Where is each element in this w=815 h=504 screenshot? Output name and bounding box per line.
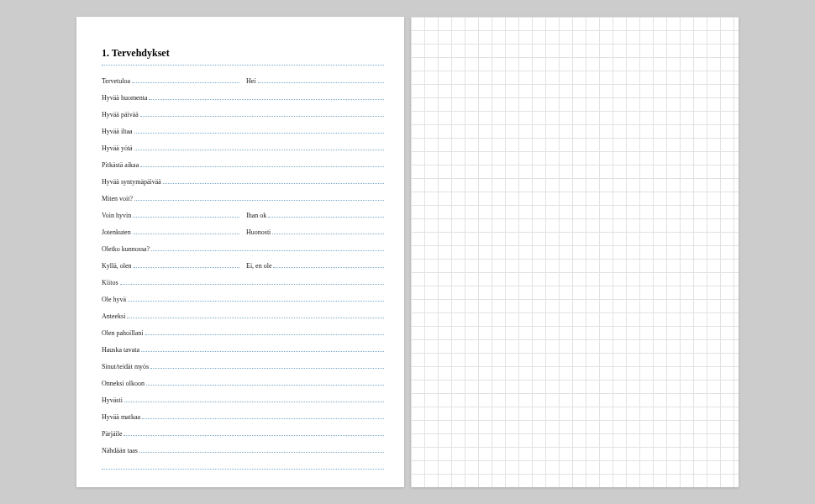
vocab-term: Hyvää päivää bbox=[102, 112, 140, 118]
vocab-row bbox=[102, 464, 384, 470]
fill-line bbox=[142, 413, 384, 419]
vocab-term: Hyvästi bbox=[102, 397, 124, 404]
vocab-term: Ihan ok bbox=[246, 213, 268, 219]
vocab-half-left: Tervetuloa bbox=[102, 77, 239, 85]
vocab-term: Olen pahoillani bbox=[102, 330, 145, 337]
vocab-term: Hyvää matkaa bbox=[102, 414, 142, 421]
vocab-term: Ole hyvä bbox=[102, 297, 128, 303]
vocab-term: Nähdään taas bbox=[102, 448, 139, 454]
vocab-term: Huonosti bbox=[246, 229, 272, 236]
vocab-row: Anteeksi bbox=[102, 312, 384, 320]
fill-line bbox=[140, 111, 384, 117]
vocab-term: Voin hyvin bbox=[102, 213, 133, 219]
fill-line bbox=[258, 77, 384, 83]
fill-line bbox=[124, 430, 384, 436]
vocab-row: Miten voit? bbox=[102, 195, 384, 202]
vocab-row: Onneksi olkoon bbox=[102, 380, 384, 387]
vocab-term: Onneksi olkoon bbox=[102, 381, 146, 387]
vocab-term: Jotenkuten bbox=[102, 229, 133, 236]
vocab-term: Hyvää syntymäpäivää bbox=[102, 179, 163, 186]
fill-line bbox=[127, 312, 384, 318]
vocab-row: Hyvää iltaa bbox=[102, 128, 384, 135]
vocab-row: Hyvää matkaa bbox=[102, 413, 384, 421]
vocab-term: Pitkästä aikaa bbox=[102, 162, 140, 169]
vocab-row: Hyvää huomenta bbox=[102, 94, 384, 102]
fill-line bbox=[132, 77, 239, 83]
vocab-row: Sinut/teidät myös bbox=[102, 363, 384, 370]
fill-line bbox=[134, 262, 239, 268]
vocabulary-list: TervetuloaHeiHyvää huomentaHyvää päivääH… bbox=[102, 77, 384, 470]
vocab-row: Pitkästä aikaa bbox=[102, 161, 384, 169]
vocab-term: Miten voit? bbox=[102, 196, 134, 202]
vocab-term: Pärjäile bbox=[102, 431, 124, 438]
vocab-term: Ei, en ole bbox=[246, 263, 273, 270]
left-page: 1. Tervehdykset TervetuloaHeiHyvää huome… bbox=[76, 17, 404, 487]
vocab-term: Anteeksi bbox=[102, 313, 127, 320]
vocab-row: TervetuloaHei bbox=[102, 77, 384, 85]
vocab-half-right: Ihan ok bbox=[246, 212, 384, 219]
vocab-term: Hauska tavata bbox=[102, 347, 141, 354]
vocab-row: Kyllä, olenEi, en ole bbox=[102, 262, 384, 270]
vocab-term: Hyvää huomenta bbox=[102, 95, 149, 102]
vocab-term: Hyvää iltaa bbox=[102, 129, 134, 135]
vocab-row: Hyvää syntymäpäivää bbox=[102, 178, 384, 186]
vocab-row: Pärjäile bbox=[102, 430, 384, 438]
vocab-half-left: Kyllä, olen bbox=[102, 262, 239, 270]
vocab-row: JotenkutenHuonosti bbox=[102, 228, 384, 236]
fill-line bbox=[124, 396, 384, 402]
vocab-half-right: Ei, en ole bbox=[246, 262, 384, 270]
vocab-row: Olen pahoillani bbox=[102, 329, 384, 337]
vocab-row: Kiitos bbox=[102, 279, 384, 286]
fill-line bbox=[272, 228, 384, 234]
vocab-half-left: Jotenkuten bbox=[102, 228, 239, 236]
page-spread: 1. Tervehdykset TervetuloaHeiHyvää huome… bbox=[76, 17, 739, 487]
fill-line bbox=[273, 262, 384, 268]
fill-line bbox=[120, 279, 384, 285]
vocab-term: Kyllä, olen bbox=[102, 263, 134, 270]
fill-line bbox=[134, 195, 384, 201]
fill-line bbox=[128, 296, 384, 302]
vocab-half-right: Huonosti bbox=[246, 228, 384, 236]
vocab-row: Hyvää yötä bbox=[102, 144, 384, 152]
fill-line bbox=[145, 329, 384, 335]
fill-line bbox=[134, 144, 384, 150]
right-page-grid bbox=[411, 17, 739, 487]
fill-line bbox=[163, 178, 384, 184]
fill-line bbox=[141, 346, 384, 352]
fill-line bbox=[146, 380, 384, 386]
fill-line bbox=[150, 363, 384, 369]
fill-line bbox=[151, 245, 384, 251]
fill-line bbox=[139, 447, 384, 453]
vocab-term: Hyvää yötä bbox=[102, 145, 134, 152]
vocab-row: Voin hyvinIhan ok bbox=[102, 212, 384, 219]
fill-line bbox=[102, 464, 384, 470]
vocab-term: Kiitos bbox=[102, 280, 120, 286]
vocab-term: Oletko kunnossa? bbox=[102, 246, 151, 253]
vocab-row: Ole hyvä bbox=[102, 296, 384, 303]
vocab-term: Tervetuloa bbox=[102, 78, 132, 85]
vocab-term: Sinut/teidät myös bbox=[102, 364, 150, 370]
vocab-row: Hyvästi bbox=[102, 396, 384, 404]
fill-line bbox=[134, 128, 384, 134]
fill-line bbox=[133, 228, 239, 234]
vocab-row: Nähdään taas bbox=[102, 447, 384, 454]
vocab-row: Hauska tavata bbox=[102, 346, 384, 354]
vocab-row: Oletko kunnossa? bbox=[102, 245, 384, 253]
title-underline bbox=[102, 65, 384, 66]
fill-line bbox=[149, 94, 384, 100]
vocab-term: Hei bbox=[246, 78, 258, 85]
vocab-row: Hyvää päivää bbox=[102, 111, 384, 118]
fill-line bbox=[133, 212, 239, 218]
vocab-half-right: Hei bbox=[246, 77, 384, 85]
vocab-half-left: Voin hyvin bbox=[102, 212, 239, 219]
fill-line bbox=[140, 161, 384, 167]
section-title: 1. Tervehdykset bbox=[102, 47, 384, 60]
fill-line bbox=[268, 212, 384, 218]
